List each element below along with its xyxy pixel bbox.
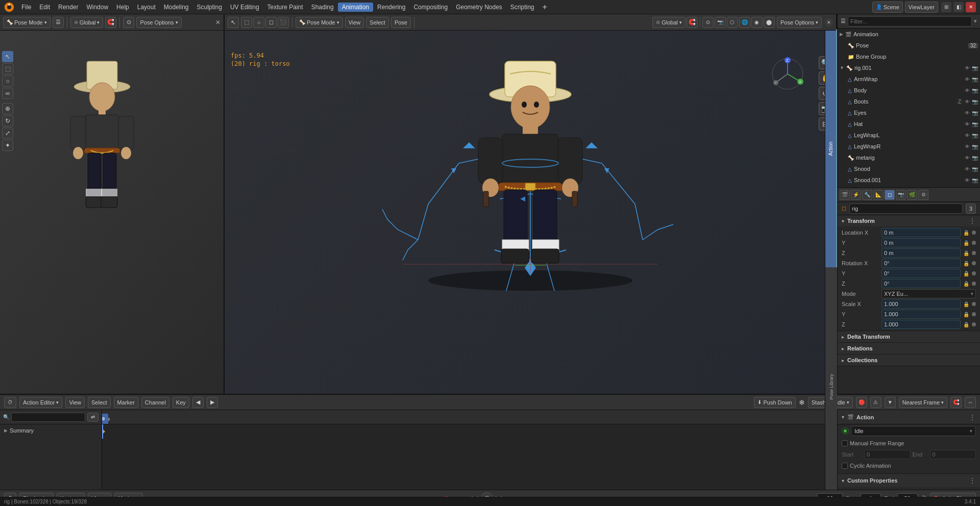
timeline-summary-row[interactable]: ▶ Summary [0,424,102,437]
location-z-lock[interactable]: 🔒 [963,250,970,256]
eyes-render[interactable]: 📷 [972,110,978,116]
menu-edit[interactable]: Edit [35,3,54,12]
rig-render-icon[interactable]: 📷 [972,65,978,71]
tool-move[interactable]: ⊕ [2,103,13,114]
transform-header[interactable]: ▾ Transform ⋮ [838,215,980,226]
timeline-swap-btn[interactable]: ⇌ [87,413,99,422]
hat-vis[interactable]: 👁 [965,121,970,127]
outliner-item-armwrap[interactable]: △ ArmWrap 👁 📷 [838,73,980,85]
workspace-modeling[interactable]: Modeling [160,3,193,12]
timeline-snap-icon[interactable]: 🧲 [950,397,962,408]
main-mode-selector[interactable]: 🦴 Pose Mode ▾ [296,17,343,28]
scale-z-lock[interactable]: 🔒 [963,322,970,327]
outliner-item-animation[interactable]: ▶ 🎬 Animation [838,29,980,40]
snood-vis[interactable]: 👁 [965,166,970,172]
snood-render[interactable]: 📷 [972,166,978,172]
main-snap[interactable]: 🧲 [687,17,698,28]
workspace-uv-editing[interactable]: UV Editing [226,3,263,12]
workspace-rendering[interactable]: Rendering [373,3,409,12]
rotation-y-value[interactable]: 0° [881,269,961,278]
top-icon-close[interactable]: ✕ [966,2,976,12]
timeline-record-icon2[interactable]: ⚠ [870,397,881,408]
start-value-field[interactable]: 0 [864,450,911,459]
legwrapl-render[interactable]: 📷 [972,133,978,138]
main-paint-sel[interactable]: ⬛ [278,17,289,28]
outliner-filter-icon[interactable]: ▾ [974,18,977,24]
main-viewport-icon4[interactable]: 🌐 [739,17,750,28]
custom-properties-header[interactable]: ▾ Custom Properties ⋮ [838,474,980,487]
main-viewport-icon2[interactable]: 📷 [715,17,726,28]
main-viewport-icon1[interactable]: ⊙ [702,17,714,28]
snood001-vis[interactable]: 👁 [965,178,970,183]
props-mode-icon7[interactable]: 🌿 [907,190,917,200]
main-close-icon[interactable]: ✕ [825,18,833,27]
location-x-lock[interactable]: 🔒 [963,230,970,236]
workspace-shading[interactable]: Shading [307,3,338,12]
timeline-arrow-right[interactable]: ▶ [207,397,218,408]
menu-help[interactable]: Help [112,3,133,12]
main-viewport-icon5[interactable]: ◉ [751,17,763,28]
action-name-dropdown[interactable]: Idle ▾ [851,426,976,436]
scale-y-value[interactable]: 1.000 [881,310,961,319]
left-close-btn[interactable]: ✕ [215,19,220,26]
workspace-compositing[interactable]: Compositing [409,3,452,12]
props-mode-icon4[interactable]: 📐 [873,190,884,200]
rotation-x-lock[interactable]: 🔒 [963,261,970,266]
left-snap-icon[interactable]: 🧲 [105,17,116,28]
outliner-item-hat[interactable]: △ Hat 👁 📷 [838,118,980,130]
props-mode-icon5[interactable]: ◻ [885,190,895,200]
eyes-vis[interactable]: 👁 [965,110,970,116]
left-select-tool[interactable]: ⊙ [123,17,134,28]
top-icon-1[interactable]: ⊞ [941,2,951,12]
legwrapr-vis[interactable]: 👁 [965,144,970,149]
boots-vis[interactable]: 👁 [965,99,970,105]
metarig-render[interactable]: 📷 [972,155,978,161]
main-box-sel[interactable]: ⬚ [241,17,252,28]
main-tool-icon[interactable]: ↖ [228,17,239,28]
props-mode-icon3[interactable]: 🔧 [862,190,872,200]
timeline-extra-icon[interactable]: ↔ [965,397,976,408]
workspace-texture-paint[interactable]: Texture Paint [263,3,307,12]
delta-transform-header[interactable]: ▸ Delta Transform [838,331,980,342]
tool-select-box[interactable]: ⬚ [2,63,13,74]
menu-window[interactable]: Window [82,3,112,12]
main-viewport-shading[interactable]: View [345,17,364,28]
cyclic-animation-checkbox[interactable] [842,463,848,469]
add-workspace-button[interactable]: + [538,2,551,13]
hat-render[interactable]: 📷 [972,121,978,127]
outliner-item-legwrapl[interactable]: △ LegWrapL 👁 📷 [838,130,980,141]
workspace-animation[interactable]: Animation [338,3,373,12]
tool-transform[interactable]: ✦ [2,140,13,151]
timeline-filter-icon[interactable]: ▼ [885,397,896,408]
menu-render[interactable]: Render [54,3,82,12]
main-select-menu[interactable]: Select [366,17,389,28]
timeline-marker-menu[interactable]: Marker [114,397,138,408]
legwrapr-render[interactable]: 📷 [972,144,978,149]
outliner-item-bone-group[interactable]: 📁 Bone Group [838,51,980,62]
rotation-z-value[interactable]: 0° [881,279,961,288]
timeline-key-menu[interactable]: Key [173,397,189,408]
timeline-stash-icon[interactable]: ❄ [799,398,805,407]
body-vis[interactable]: 👁 [965,88,970,93]
scale-x-lock[interactable]: 🔒 [963,301,970,307]
main-viewport-icon6[interactable]: ⬤ [764,17,775,28]
main-pose-options[interactable]: Pose Options ▾ [777,17,822,28]
timeline-select-menu[interactable]: Select [88,397,111,408]
rotation-z-lock[interactable]: 🔒 [963,281,970,287]
workspace-geometry-nodes[interactable]: Geometry Nodes [452,3,506,12]
rotation-x-value[interactable]: 0° [881,259,961,268]
metarig-vis[interactable]: 👁 [965,155,970,161]
props-mode-icon8[interactable]: ⚙ [918,190,928,200]
outliner-mode-icon[interactable]: ☰ [841,18,846,24]
outliner-item-eyes[interactable]: △ Eyes 👁 📷 [838,107,980,118]
props-object-count-btn[interactable]: 3 [966,204,976,214]
main-global-dropdown[interactable]: ⊕ Global ▾ [652,17,685,28]
collections-header[interactable]: ▸ Collections [838,355,980,366]
legwrapl-vis[interactable]: 👁 [965,133,970,138]
outliner-item-snood001[interactable]: △ Snood.001 👁 📷 [838,174,980,186]
action-section-header[interactable]: ▾ 🎬 Action ⋮ [838,410,980,424]
outliner-item-body[interactable]: △ Body 👁 📷 [838,85,980,96]
action-options-btn[interactable]: ⋮ [969,413,976,421]
armwrap-render[interactable]: 📷 [972,77,978,82]
body-render[interactable]: 📷 [972,88,978,93]
